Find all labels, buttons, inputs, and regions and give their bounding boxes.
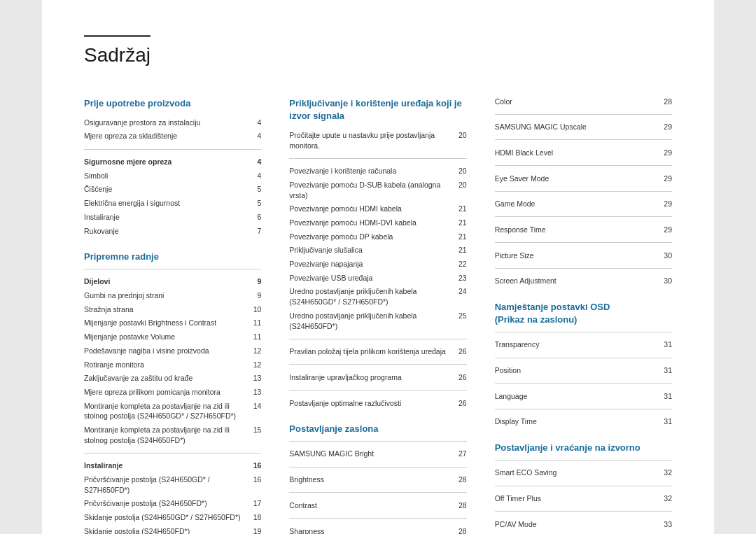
toc-list: Color28SAMSUNG MAGIC Upscale29HDMI Black… <box>495 94 672 288</box>
item-label: Gumbi na prednjoj strani <box>84 290 250 301</box>
divider <box>84 149 261 150</box>
item-number: 4 <box>250 131 261 141</box>
item-label: Pravilan položaj tijela prilikom korište… <box>289 346 455 357</box>
page-title: Sadržaj <box>84 35 150 73</box>
list-item: Uredno postavljanje priključenih kabela … <box>289 309 466 332</box>
item-number: 29 <box>661 199 672 209</box>
list-item: Smart ECO Saving32 <box>495 466 672 480</box>
toc-list: Pročitajte upute u nastavku prije postav… <box>289 128 466 409</box>
section-title: Namještanje postavki OSD (Prikaz na zasl… <box>495 301 672 326</box>
divider <box>495 191 672 192</box>
item-label: Mijenjanje postavke Volume <box>84 332 250 342</box>
item-label: Response Time <box>495 225 661 235</box>
item-number: 25 <box>456 311 467 321</box>
item-label: Uredno postavljanje priključenih kabela … <box>289 311 455 331</box>
divider <box>495 139 672 140</box>
section-title: Postavljanje zaslona <box>289 423 466 435</box>
item-number: 33 <box>661 519 672 530</box>
section-color-settings: Color28SAMSUNG MAGIC Upscale29HDMI Black… <box>495 94 672 288</box>
list-item: Simboli4 <box>84 169 261 183</box>
list-item: Skidanje postolja (S24H650GD* / S27H650F… <box>84 511 261 525</box>
item-label: Transparency <box>495 339 661 350</box>
list-item: Screen Adjustment30 <box>495 274 672 288</box>
list-item: Gumbi na prednjoj strani9 <box>84 289 261 303</box>
item-number: 12 <box>250 346 261 356</box>
toc-list: Dijelovi9Gumbi na prednjoj strani9Stražn… <box>84 269 261 534</box>
item-label: Smart ECO Saving <box>495 468 661 478</box>
item-number: 28 <box>456 475 467 485</box>
list-item: Zaključavanje za zaštitu od krađe13 <box>84 372 261 386</box>
section-namjestanje: Namještanje postavki OSD (Prikaz na zasl… <box>495 301 672 429</box>
list-item: Montiranje kompleta za postavljanje na z… <box>84 399 261 423</box>
divider <box>495 242 672 243</box>
list-item: Picture Size30 <box>495 248 672 262</box>
item-label: Povezivanje USB uređaja <box>289 273 455 283</box>
list-item: Brightness28 <box>289 473 466 487</box>
divider <box>289 158 466 159</box>
list-item: Mijenjanje postavki Brightness i Contras… <box>84 316 261 330</box>
list-item: Skidanje postolja (S24H650FD*)19 <box>84 524 261 534</box>
item-number: 4 <box>250 157 261 167</box>
item-number: 13 <box>250 387 261 398</box>
item-label: Skidanje postolja (S24H650GD* / S27H650F… <box>84 512 250 523</box>
item-label: Language <box>495 391 661 402</box>
divider <box>495 383 672 384</box>
item-label: Simboli <box>84 171 250 181</box>
item-label: Sharpness <box>289 526 455 535</box>
divider <box>495 409 672 409</box>
item-label: Instaliranje upravljačkog programa <box>289 372 455 383</box>
divider <box>495 165 672 166</box>
section-title: Priključivanje i korištenje uređaja koji… <box>289 97 466 122</box>
list-item: Povezivanje pomoću D-SUB kabela (analogn… <box>289 178 466 202</box>
item-label: PC/AV Mode <box>495 519 661 530</box>
item-label: Povezivanje napajanja <box>289 259 455 269</box>
item-label: Instaliranje <box>84 212 250 223</box>
item-number: 4 <box>250 118 261 128</box>
list-item: Povezivanje i korištenje računala20 <box>289 164 466 178</box>
item-label: Povezivanje i korištenje računala <box>289 166 455 176</box>
divider <box>495 358 672 358</box>
item-label: Stražnja strana <box>84 304 250 315</box>
item-label: Contrast <box>289 500 455 511</box>
section-pripremne: Pripremne radnjeDijelovi9Gumbi na prednj… <box>84 251 261 534</box>
item-label: Montiranje kompleta za postavljanje na z… <box>84 425 250 445</box>
item-label: Rotiranje monitora <box>84 360 250 370</box>
item-label: Eye Saver Mode <box>495 174 661 184</box>
list-item: SAMSUNG MAGIC Bright27 <box>289 447 466 461</box>
item-number: 16 <box>250 461 261 471</box>
item-label: Sigurnosne mjere opreza <box>84 157 250 167</box>
item-number: 31 <box>661 365 672 376</box>
item-label: Podešavanje nagiba i visine proizvoda <box>84 346 250 356</box>
item-label: Povezivanje pomoću D-SUB kabela (analogn… <box>289 180 455 200</box>
list-item: Pričvršćivanje postolja (S24H650FD*)17 <box>84 497 261 511</box>
item-label: Brightness <box>289 475 455 485</box>
divider <box>495 460 672 461</box>
list-item: Rotiranje monitora12 <box>84 358 261 372</box>
list-item: Pročitajte upute u nastavku prije postav… <box>289 128 466 152</box>
item-label: Pričvršćivanje postolja (S24H650FD*) <box>84 498 250 509</box>
item-number: 5 <box>250 184 261 195</box>
item-number: 21 <box>456 245 467 255</box>
list-item: Instaliranje upravljačkog programa26 <box>289 370 466 384</box>
item-label: Osiguravanje prostora za instalaciju <box>84 118 250 128</box>
item-number: 30 <box>661 276 672 286</box>
list-item: Mijenjanje postavke Volume11 <box>84 330 261 344</box>
list-item: Povezivanje pomoću DP kabela21 <box>289 230 466 244</box>
divider <box>289 364 466 365</box>
section-title: Postavljanje i vraćanje na izvorno <box>495 442 672 454</box>
item-label: Povezivanje pomoću HDMI kabela <box>289 204 455 214</box>
divider <box>289 339 466 339</box>
item-number: 26 <box>456 372 467 383</box>
divider <box>289 441 466 442</box>
list-item: Čišćenje5 <box>84 183 261 197</box>
item-label: Montiranje kompleta za postavljanje na z… <box>84 401 250 421</box>
divider <box>84 269 261 269</box>
list-item: Color28 <box>495 94 672 108</box>
item-number: 32 <box>661 493 672 504</box>
toc-list: Osiguravanje prostora za instalaciju4Mje… <box>84 115 261 238</box>
list-item: PC/AV Mode33 <box>495 517 672 531</box>
list-item: Povezivanje pomoću HDMI-DVI kabela21 <box>289 216 466 230</box>
divider <box>495 216 672 217</box>
section-title: Pripremne radnje <box>84 251 261 263</box>
item-number: 29 <box>661 122 672 132</box>
